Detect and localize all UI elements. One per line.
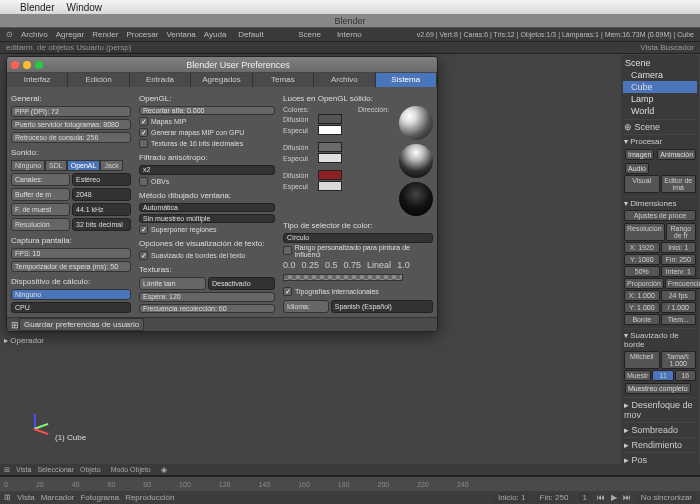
tab-agregados[interactable]: Agregados <box>191 73 252 87</box>
language-dropdown[interactable]: Spanish (Español) <box>331 300 433 313</box>
frame-end-field[interactable]: Fin: 250 <box>536 492 573 503</box>
menu-agregar[interactable]: Agregar <box>56 30 84 39</box>
vbo-check[interactable]: OBVs <box>139 177 275 186</box>
tex16bit-check[interactable]: Texturas de 16 bits decimales <box>139 139 275 148</box>
windraw-dropdown[interactable]: Automática <box>139 203 275 212</box>
tab-entrada[interactable]: Entrada <box>130 73 191 87</box>
display-dropdown[interactable]: Editor de imá <box>661 175 697 193</box>
custom-weight-range-check[interactable]: Rango personalizado para pintura de infl… <box>283 245 433 257</box>
layout-dropdown[interactable]: Default <box>234 29 267 40</box>
audio-jack[interactable]: Jack <box>100 160 122 171</box>
screencast-wait-field[interactable]: Temporizador de espera (ms): 50 <box>11 261 131 272</box>
aa-16[interactable]: 16 <box>675 370 696 381</box>
tl-marcador[interactable]: Marcador <box>41 493 75 502</box>
close-icon[interactable] <box>11 61 19 69</box>
outliner-cube[interactable]: Cube <box>623 81 697 93</box>
specular2-swatch[interactable] <box>318 153 342 163</box>
border-check[interactable]: Borde <box>624 314 660 325</box>
tab-edicion[interactable]: Edición <box>68 73 129 87</box>
menu-ayuda[interactable]: Ayuda <box>204 30 227 39</box>
panel-shading[interactable]: ▸ Sombreado <box>621 423 699 437</box>
app-menu[interactable]: Blender <box>20 2 54 13</box>
audio-none[interactable]: Ninguno <box>11 160 45 171</box>
samplerate-dropdown[interactable]: 44.1 kHz <box>72 203 131 216</box>
engine-dropdown[interactable]: Interno <box>333 29 366 40</box>
preset-dropdown[interactable]: Ajustes de proce <box>624 210 696 221</box>
outliner[interactable]: Scene Camera Cube Lamp World <box>621 55 699 119</box>
blender-icon[interactable]: ⊙ <box>6 30 13 39</box>
sync-dropdown[interactable]: No sincronizar <box>637 492 696 503</box>
time-remap[interactable]: Tiem... <box>661 314 697 325</box>
channels-dropdown[interactable]: Estéreo <box>72 173 131 186</box>
fps-base[interactable]: / 1.000 <box>661 302 697 313</box>
aspect-y[interactable]: Y: 1.000 <box>624 302 660 313</box>
vp-seleccionar[interactable]: Seleccionar <box>37 466 74 473</box>
frame-start-field[interactable]: Inicio: 1 <box>494 492 530 503</box>
diffuse1-swatch[interactable] <box>318 114 342 124</box>
full-sample-button[interactable]: Muestreo completo <box>625 383 691 394</box>
light1-sphere[interactable] <box>399 106 433 140</box>
panel-performance[interactable]: ▸ Rendimiento <box>621 438 699 452</box>
window-menu[interactable]: Window <box>66 2 102 13</box>
tex-collection-field[interactable]: Frecuencia recolección: 60 <box>139 304 275 313</box>
panel-post[interactable]: ▸ Pos procesamient <box>621 453 699 464</box>
sampleformat-dropdown[interactable]: 32 bits decimal <box>72 218 131 231</box>
play-rev-icon[interactable]: ⏮ <box>597 493 605 502</box>
res-x[interactable]: X: 1920 <box>624 242 660 253</box>
render-image-button[interactable]: Imagen <box>625 149 654 160</box>
specular1-swatch[interactable] <box>318 125 342 135</box>
compute-device-none[interactable]: Ninguno <box>11 289 131 300</box>
play-icon[interactable]: ▶ <box>611 493 617 502</box>
audio-sdl[interactable]: SDL <box>45 160 67 171</box>
prefs-titlebar[interactable]: Blender User Preferences <box>7 57 437 73</box>
scene-dropdown[interactable]: Scene <box>294 29 325 40</box>
gpu-mipmap-check[interactable]: Generar mapas MIP con GPU <box>139 128 275 137</box>
tab-temas[interactable]: Temas <box>253 73 314 87</box>
compute-device-dropdown[interactable]: CPU <box>11 302 131 313</box>
vp-editor-icon[interactable]: ⊞ <box>4 466 10 474</box>
tl-fotograma[interactable]: Fotograma <box>80 493 119 502</box>
render-anim-button[interactable]: Animación <box>657 149 696 160</box>
light2-sphere[interactable] <box>399 144 433 178</box>
play-fwd-icon[interactable]: ⏭ <box>623 493 631 502</box>
colorpicker-dropdown[interactable]: Círculo <box>283 233 433 243</box>
panel-suavizado[interactable]: ▾ Suavizado de borde <box>624 331 696 349</box>
zoom-icon[interactable] <box>35 61 43 69</box>
frame-current-field[interactable]: 1 <box>578 492 590 503</box>
minimize-icon[interactable] <box>23 61 31 69</box>
tab-archivo[interactable]: Archivo <box>314 73 375 87</box>
menu-procesar[interactable]: Procesar <box>126 30 158 39</box>
render-audio-button[interactable]: Audio <box>625 163 649 174</box>
outliner-lamp[interactable]: Lamp <box>623 93 697 105</box>
frame-end[interactable]: Fin: 250 <box>661 254 697 265</box>
tl-reproduccion[interactable]: Reproducción <box>125 493 174 502</box>
frame-step[interactable]: Interv: 1 <box>661 266 697 277</box>
fps[interactable]: 24 fps <box>661 290 697 301</box>
shading-icon[interactable]: ◉ <box>161 466 167 474</box>
mipmaps-check[interactable]: Mapas MIP <box>139 117 275 126</box>
tl-vista[interactable]: Vista <box>17 493 35 502</box>
timeline-ruler[interactable]: 0 20 40 60 80 100 120 140 160 180 200 22… <box>0 477 700 491</box>
menu-archivo[interactable]: Archivo <box>21 30 48 39</box>
tex-timeout-field[interactable]: Espera: 120 <box>139 292 275 301</box>
frame-start[interactable]: Inici: 1 <box>661 242 697 253</box>
aa-size[interactable]: Tamañ: 1.000 <box>661 351 697 369</box>
panel-motion-blur[interactable]: ▸ Desenfoque de mov <box>621 398 699 422</box>
text-aa-check[interactable]: Suavizado de bordes del texto <box>139 251 275 260</box>
vp-objeto[interactable]: Objeto <box>80 466 101 473</box>
res-y[interactable]: Y: 1080 <box>624 254 660 265</box>
outliner-world[interactable]: World <box>623 105 697 117</box>
aniso-dropdown[interactable]: x2 <box>139 165 275 174</box>
panel-procesar[interactable]: ▾ Procesar <box>624 137 696 146</box>
aa-11[interactable]: 11 <box>652 370 673 381</box>
diffuse3-swatch[interactable] <box>318 170 342 180</box>
diffuse2-swatch[interactable] <box>318 142 342 152</box>
dpi-field[interactable]: PPP (DPI): 72 <box>11 106 131 117</box>
console-scrollback-field[interactable]: Retroceso de consola: 256 <box>11 132 131 143</box>
tab-interfaz[interactable]: Interfaz <box>7 73 68 87</box>
operator-panel[interactable]: ▸ Operador <box>4 336 44 345</box>
aspect-x[interactable]: X: 1.000 <box>624 290 660 301</box>
scene-header[interactable]: ⊕ Scene <box>621 120 699 134</box>
tex-limit-dropdown[interactable]: Desactivado <box>208 277 275 290</box>
save-prefs-button[interactable]: Guardar preferencias de usuario <box>19 318 144 331</box>
